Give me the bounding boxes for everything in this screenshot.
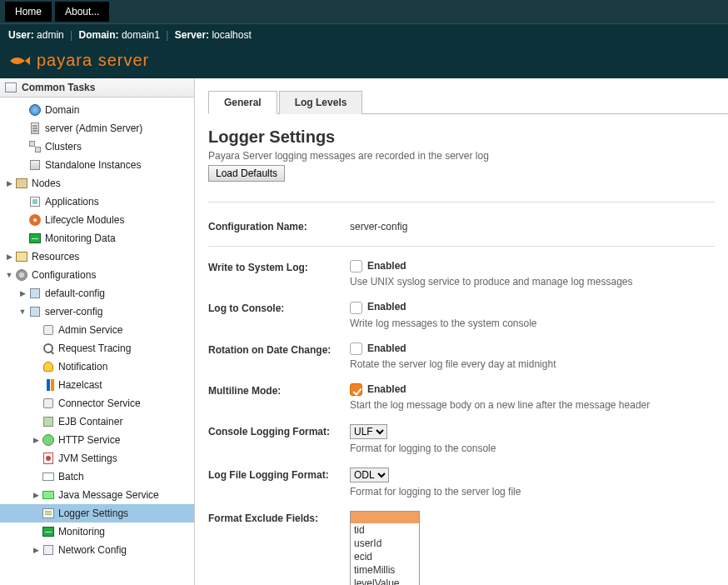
exclude-option[interactable]: ecid xyxy=(351,550,419,563)
load-defaults-button[interactable]: Load Defaults xyxy=(208,165,285,182)
exclude-label: Format Exclude Fields: xyxy=(208,511,350,524)
syslog-checkbox[interactable] xyxy=(350,260,362,272)
domain-label: Domain: xyxy=(79,29,119,41)
main-content: General Log Levels Logger Settings Payar… xyxy=(195,78,728,585)
tree-item-label: server (Admin Server) xyxy=(45,122,142,134)
batch-icon xyxy=(42,470,55,483)
tree-item-request-tracing[interactable]: Request Tracing xyxy=(0,339,194,358)
tree-item-label: Standalone Instances xyxy=(45,159,141,171)
console-cb-label: Enabled xyxy=(367,301,406,312)
tree-item-label: default-config xyxy=(45,288,105,299)
server-value: localhost xyxy=(212,29,251,41)
tree-item-server-config[interactable]: ▼server-config xyxy=(0,302,194,321)
tree-arrow-icon[interactable]: ▶ xyxy=(32,491,40,499)
tree-item-logger-settings[interactable]: Logger Settings xyxy=(0,504,194,522)
tree-item-label: Resources xyxy=(32,251,79,262)
tab-log-levels[interactable]: Log Levels xyxy=(279,91,363,114)
tree-item-label: Applications xyxy=(45,196,99,208)
hz-icon xyxy=(42,378,55,392)
tree-item-jvm-settings[interactable]: JVM Settings xyxy=(0,449,194,468)
tree-item-ejb-container[interactable]: EJB Container xyxy=(0,412,194,431)
tree-item-configurations[interactable]: ▼Configurations xyxy=(0,266,194,284)
filefmt-label: Log File Logging Format: xyxy=(208,468,350,481)
tree-arrow-icon[interactable]: ▶ xyxy=(32,546,40,554)
bell-icon xyxy=(42,360,55,373)
http-icon xyxy=(42,433,55,447)
rotate-label: Rotation on Date Change: xyxy=(208,342,350,356)
tree-arrow-icon[interactable]: ▼ xyxy=(5,271,13,279)
console-label: Log to Console: xyxy=(208,301,350,314)
tree-item-standalone-instances[interactable]: Standalone Instances xyxy=(0,156,194,174)
info-bar: User: admin | Domain: domain1 | Server: … xyxy=(0,23,728,46)
tree-item-label: server-config xyxy=(45,306,102,318)
file-format-select[interactable]: ODL xyxy=(350,468,389,482)
tree-item-label: Monitoring Data xyxy=(45,232,116,244)
nav-home[interactable]: Home xyxy=(5,2,52,22)
tree-item-domain[interactable]: Domain xyxy=(0,101,194,119)
log-icon xyxy=(42,507,55,520)
tree-item-java-message-service[interactable]: ▶Java Message Service xyxy=(0,486,194,504)
exclude-option[interactable]: timeMillis xyxy=(351,563,419,577)
box-icon xyxy=(28,158,42,172)
multiline-label: Multiline Mode: xyxy=(208,383,350,397)
tree-item-batch[interactable]: Batch xyxy=(0,468,194,486)
net-icon xyxy=(42,543,55,557)
console-checkbox[interactable] xyxy=(350,302,362,314)
exclude-option[interactable]: levelValue xyxy=(351,577,419,585)
exclude-option[interactable]: tid xyxy=(351,523,419,537)
tree-item-http-service[interactable]: ▶HTTP Service xyxy=(0,431,194,449)
res-icon xyxy=(15,250,28,263)
tree-item-monitoring-data[interactable]: Monitoring Data xyxy=(0,229,194,248)
conf-icon xyxy=(15,268,28,282)
multiline-checkbox[interactable] xyxy=(350,383,362,396)
tab-general[interactable]: General xyxy=(208,91,277,114)
tree-item-label: Hazelcast xyxy=(58,379,102,391)
tree-item-server-admin-server-[interactable]: server (Admin Server) xyxy=(0,119,194,138)
tree-arrow-icon[interactable]: ▶ xyxy=(18,289,27,298)
tree-item-nodes[interactable]: ▶Nodes xyxy=(0,174,194,192)
exclude-option[interactable]: userId xyxy=(351,537,419,550)
jms-icon xyxy=(42,488,55,502)
tree-item-label: JVM Settings xyxy=(58,452,117,464)
console-format-select[interactable]: ULF xyxy=(350,424,387,439)
tree-item-hazelcast[interactable]: Hazelcast xyxy=(0,376,194,394)
tree-arrow-icon[interactable]: ▶ xyxy=(5,252,13,261)
tree-item-default-config[interactable]: ▶default-config xyxy=(0,284,194,302)
tree-arrow-icon[interactable]: ▶ xyxy=(5,179,13,188)
tree-item-clusters[interactable]: Clusters xyxy=(0,138,194,156)
tree-item-resources[interactable]: ▶Resources xyxy=(0,248,194,266)
tree-item-network-config[interactable]: ▶Network Config xyxy=(0,541,194,559)
tree-item-label: Nodes xyxy=(32,178,61,189)
exclude-fields-select[interactable]: tiduserIdecidtimeMillislevelValue xyxy=(350,511,420,585)
tree-item-label: Monitoring xyxy=(58,526,105,538)
tree-arrow-icon[interactable]: ▼ xyxy=(18,308,27,316)
multiline-cb-label: Enabled xyxy=(367,383,406,395)
tree-item-label: Domain xyxy=(45,104,79,116)
sidebar: Common Tasks Domainserver (Admin Server)… xyxy=(0,78,195,585)
tree-item-label: Notification xyxy=(58,361,107,372)
tree-arrow-icon[interactable]: ▶ xyxy=(32,436,40,444)
tree-item-connector-service[interactable]: Connector Service xyxy=(0,394,194,412)
confmt-label: Console Logging Format: xyxy=(208,424,350,438)
sidebar-title: Common Tasks xyxy=(22,82,95,93)
tree-item-applications[interactable]: Applications xyxy=(0,192,194,211)
tree-item-notification[interactable]: Notification xyxy=(0,358,194,376)
console-hint: Write log messages to the system console xyxy=(350,318,715,329)
tree-item-label: Batch xyxy=(58,471,84,482)
java-icon xyxy=(42,452,55,465)
tree-item-lifecycle-modules[interactable]: Lifecycle Modules xyxy=(0,211,194,229)
nav-about[interactable]: About... xyxy=(55,2,109,22)
tree-item-admin-service[interactable]: Admin Service xyxy=(0,321,194,339)
ejb-icon xyxy=(42,415,55,428)
config-name-label: Configuration Name: xyxy=(208,219,350,232)
config-name-value: server-config xyxy=(350,219,715,232)
server-icon xyxy=(28,122,42,135)
page-title: Logger Settings xyxy=(208,128,715,147)
nav-tree: Domainserver (Admin Server)ClustersStand… xyxy=(0,98,194,562)
tree-item-label: Configurations xyxy=(32,269,96,281)
exclude-option[interactable] xyxy=(351,512,419,523)
life-icon xyxy=(28,213,42,227)
tool-icon xyxy=(28,287,42,300)
tree-item-monitoring[interactable]: Monitoring xyxy=(0,522,194,541)
rotate-checkbox[interactable] xyxy=(350,342,362,355)
